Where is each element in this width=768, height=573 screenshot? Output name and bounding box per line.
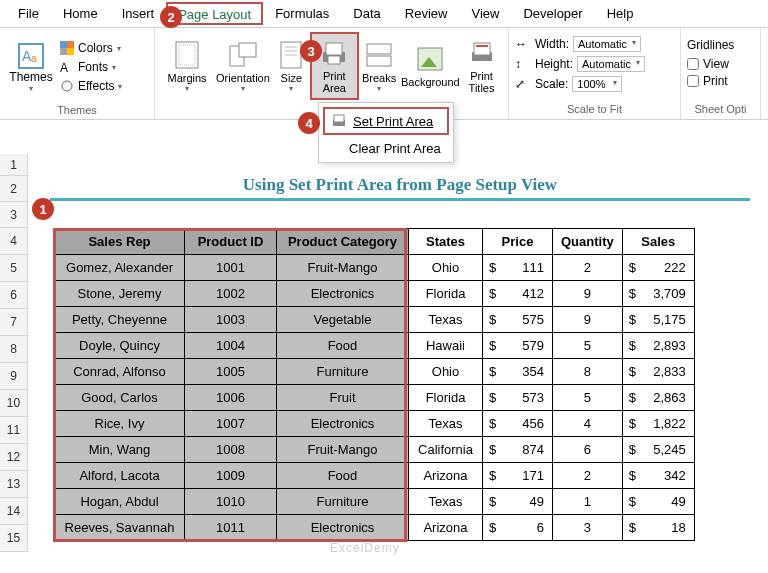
cell[interactable]: Good, Carlos [55,385,185,411]
table-row[interactable]: Conrad, Alfonso1005FurnitureOhio35482,83… [55,359,695,385]
tab-data[interactable]: Data [341,0,392,27]
cell[interactable]: 5 [553,385,623,411]
gridlines-print-checkbox[interactable]: Print [687,74,754,88]
cell[interactable]: Stone, Jeremy [55,281,185,307]
tab-insert[interactable]: Insert [110,0,167,27]
cell[interactable]: 412 [483,281,553,307]
cell[interactable]: Texas [409,489,483,515]
cell[interactable]: 2 [553,255,623,281]
cell[interactable]: 354 [483,359,553,385]
cell[interactable]: 5,175 [622,307,694,333]
cell[interactable]: Fruit-Mango [277,437,409,463]
cell[interactable]: 222 [622,255,694,281]
cell[interactable]: 5,245 [622,437,694,463]
cell[interactable]: 4 [553,411,623,437]
cell[interactable]: 1011 [185,515,277,541]
cell[interactable]: California [409,437,483,463]
breaks-button[interactable]: Breaks▾ [359,32,400,100]
cell[interactable]: Alford, Lacota [55,463,185,489]
cell[interactable]: 6 [553,437,623,463]
cell[interactable]: 5 [553,333,623,359]
cell[interactable]: Conrad, Alfonso [55,359,185,385]
cell[interactable]: 575 [483,307,553,333]
table-row[interactable]: Gomez, Alexander1001Fruit-MangoOhio11122… [55,255,695,281]
cell[interactable]: Food [277,463,409,489]
row-header-12[interactable]: 12 [0,444,28,471]
cell[interactable]: 9 [553,307,623,333]
row-header-9[interactable]: 9 [0,363,28,390]
row-header-8[interactable]: 8 [0,336,28,363]
cell[interactable]: Ohio [409,359,483,385]
cell[interactable]: 1001 [185,255,277,281]
cell[interactable]: Min, Wang [55,437,185,463]
cell[interactable]: Electronics [277,281,409,307]
cell[interactable]: 1003 [185,307,277,333]
table-row[interactable]: Reeves, Savannah1011ElectronicsArizona63… [55,515,695,541]
cell[interactable]: Fruit [277,385,409,411]
row-header-11[interactable]: 11 [0,417,28,444]
cell[interactable]: Reeves, Savannah [55,515,185,541]
row-header-13[interactable]: 13 [0,471,28,498]
cell[interactable]: 171 [483,463,553,489]
cell[interactable]: 1004 [185,333,277,359]
themes-button[interactable]: Aa Themes ▾ [6,32,56,102]
cell[interactable]: 3 [553,515,623,541]
cell[interactable]: 6 [483,515,553,541]
table-row[interactable]: Hogan, Abdul1010FurnitureTexas49149 [55,489,695,515]
gridlines-view-checkbox[interactable]: View [687,57,754,71]
cell[interactable]: Hogan, Abdul [55,489,185,515]
tab-developer[interactable]: Developer [511,0,594,27]
cell[interactable]: Vegetable [277,307,409,333]
scale-width-row[interactable]: ↔Width:Automatic▾ [515,36,674,52]
fonts-button[interactable]: AFonts▾ [60,60,122,74]
cell[interactable]: 8 [553,359,623,385]
scale-height-select[interactable]: Automatic▾ [577,56,645,72]
cell[interactable]: Florida [409,281,483,307]
cell[interactable]: 2,893 [622,333,694,359]
cell[interactable]: 1 [553,489,623,515]
table-row[interactable]: Petty, Cheyenne1003VegetableTexas57595,1… [55,307,695,333]
row-header-6[interactable]: 6 [0,282,28,309]
tab-file[interactable]: File [6,0,51,27]
tab-help[interactable]: Help [595,0,646,27]
cell[interactable]: Petty, Cheyenne [55,307,185,333]
cell[interactable]: Rice, Ivy [55,411,185,437]
row-header-1[interactable]: 1 [0,154,28,176]
cell[interactable]: Doyle, Quincy [55,333,185,359]
table-row[interactable]: Stone, Jeremy1002ElectronicsFlorida41293… [55,281,695,307]
scale-pct-row[interactable]: ⤢Scale:100%▾ [515,76,674,92]
table-row[interactable]: Alford, Lacota1009FoodArizona1712342 [55,463,695,489]
row-header-7[interactable]: 7 [0,309,28,336]
cell[interactable]: 1010 [185,489,277,515]
row-header-14[interactable]: 14 [0,498,28,525]
cell[interactable]: 1,822 [622,411,694,437]
tab-home[interactable]: Home [51,0,110,27]
cell[interactable]: 573 [483,385,553,411]
margins-button[interactable]: Margins▾ [161,32,213,100]
cell[interactable]: Electronics [277,515,409,541]
scale-pct-input[interactable]: 100%▾ [572,76,622,92]
cell[interactable]: 1008 [185,437,277,463]
row-header-5[interactable]: 5 [0,255,28,282]
clear-print-area-item[interactable]: Clear Print Area [321,137,451,160]
cell[interactable]: 874 [483,437,553,463]
cell[interactable]: Gomez, Alexander [55,255,185,281]
cell[interactable]: 18 [622,515,694,541]
cell[interactable]: Texas [409,307,483,333]
row-header-4[interactable]: 4 [0,228,28,255]
cell[interactable]: 1007 [185,411,277,437]
cell[interactable]: 579 [483,333,553,359]
table-row[interactable]: Good, Carlos1006FruitFlorida57352,863 [55,385,695,411]
cell[interactable]: 2 [553,463,623,489]
colors-button[interactable]: Colors▾ [60,41,122,55]
scale-width-select[interactable]: Automatic▾ [573,36,641,52]
cell[interactable]: 111 [483,255,553,281]
orientation-button[interactable]: Orientation▾ [213,32,273,100]
set-print-area-item[interactable]: Set Print Area [323,107,449,135]
cell[interactable]: 49 [622,489,694,515]
background-button[interactable]: Background [400,32,461,100]
cell[interactable]: Arizona [409,463,483,489]
row-header-10[interactable]: 10 [0,390,28,417]
table-row[interactable]: Min, Wang1008Fruit-MangoCalifornia87465,… [55,437,695,463]
cell[interactable]: 3,709 [622,281,694,307]
